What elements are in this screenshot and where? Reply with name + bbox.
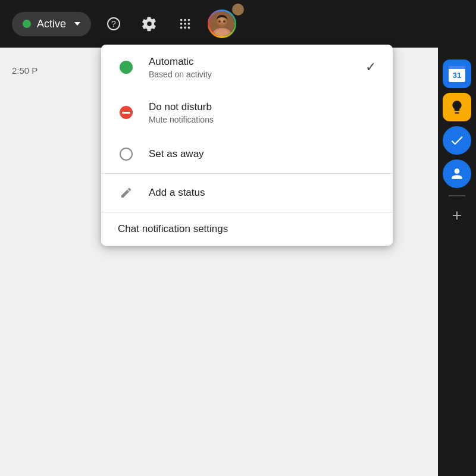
svg-point-10	[188, 27, 190, 29]
add-status-label: Add a status	[149, 187, 205, 199]
away-title: Set as away	[149, 148, 376, 161]
svg-text:?: ?	[111, 19, 116, 29]
svg-point-13	[218, 20, 221, 23]
settings-button[interactable]	[136, 11, 162, 37]
calendar-inner: 31	[449, 66, 465, 82]
green-dot	[120, 61, 133, 74]
sidebar-divider	[449, 195, 465, 196]
time-label: 2:50 P	[12, 65, 37, 76]
avatar-silhouette	[209, 11, 234, 36]
avatar-image	[209, 11, 234, 36]
plus-icon: +	[452, 207, 462, 224]
svg-point-7	[188, 23, 190, 25]
svg-point-9	[184, 27, 186, 29]
away-text-group: Set as away	[149, 148, 376, 161]
dnd-status-icon	[118, 104, 134, 121]
automatic-menu-item[interactable]: Automatic Based on activity ✓	[101, 45, 393, 90]
sidebar-tasks-icon[interactable]	[443, 126, 471, 155]
person-icon	[449, 166, 465, 181]
automatic-title: Automatic	[149, 55, 351, 68]
set-as-away-menu-item[interactable]: Set as away	[101, 135, 393, 173]
dnd-subtitle: Mute notifications	[149, 115, 376, 124]
svg-point-5	[180, 23, 183, 25]
tasks-check-icon	[449, 133, 465, 148]
apps-button[interactable]	[172, 11, 198, 37]
checkmark-icon: ✓	[365, 60, 376, 75]
svg-point-6	[184, 23, 186, 25]
away-status-icon	[118, 146, 134, 162]
sidebar-calendar-icon[interactable]: 31	[443, 60, 471, 88]
svg-point-8	[180, 27, 183, 29]
top-bar: Active ?	[0, 0, 476, 48]
help-icon: ?	[107, 17, 121, 31]
active-status-button[interactable]: Active	[12, 12, 91, 36]
status-dropdown-menu: Automatic Based on activity ✓ Do not dis…	[101, 45, 393, 246]
svg-point-2	[180, 19, 183, 21]
pencil-icon	[118, 184, 134, 201]
red-dot	[120, 106, 133, 119]
automatic-subtitle: Based on activity	[149, 70, 351, 79]
active-label: Active	[37, 18, 66, 30]
add-app-button[interactable]: +	[445, 203, 469, 227]
dnd-title: Do not disturb	[149, 101, 376, 114]
notification-settings-menu-item[interactable]: Chat notification settings	[101, 212, 393, 246]
lightbulb-icon	[449, 99, 465, 115]
apps-grid-icon	[178, 17, 192, 30]
sidebar-keep-icon[interactable]	[443, 93, 471, 121]
empty-circle	[120, 148, 133, 161]
svg-point-4	[188, 19, 190, 21]
calendar-date: 31	[453, 71, 461, 80]
automatic-status-icon	[118, 59, 134, 76]
help-button[interactable]: ?	[101, 11, 127, 37]
chevron-down-icon	[74, 22, 80, 26]
user-avatar[interactable]	[208, 10, 236, 38]
svg-point-3	[184, 19, 186, 21]
right-sidebar: 31 +	[438, 0, 476, 476]
do-not-disturb-menu-item[interactable]: Do not disturb Mute notifications	[101, 90, 393, 135]
sidebar-contacts-icon[interactable]	[443, 159, 471, 188]
automatic-text-group: Automatic Based on activity	[149, 55, 351, 79]
svg-point-14	[223, 20, 226, 23]
dnd-text-group: Do not disturb Mute notifications	[149, 101, 376, 124]
active-status-dot	[23, 20, 31, 28]
notification-settings-label: Chat notification settings	[118, 223, 228, 235]
add-status-menu-item[interactable]: Add a status	[101, 174, 393, 212]
gear-icon	[142, 16, 157, 32]
